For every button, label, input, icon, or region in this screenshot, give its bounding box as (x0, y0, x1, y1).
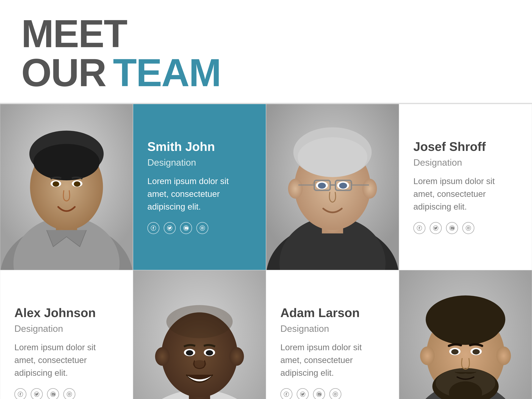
svg-point-81 (496, 347, 511, 365)
member-designation-josef: Designation (413, 157, 518, 168)
twitter-icon-alex[interactable] (31, 388, 43, 399)
svg-point-6 (33, 144, 100, 180)
title-row: OUR TEAM (21, 53, 511, 92)
instagram-icon-smith[interactable] (196, 222, 208, 234)
social-icons-josef (413, 222, 518, 234)
svg-point-48 (69, 394, 70, 395)
title-our: OUR (21, 53, 106, 92)
member-bio-alex: Lorem ipsum dolor sit amet, consectetuer… (14, 341, 119, 379)
member-name-adam: Adam Larson (280, 306, 385, 320)
member-designation-smith: Designation (147, 157, 252, 168)
svg-point-60 (166, 305, 233, 338)
info-adam-larson: Adam Larson Designation Lorem ipsum dolo… (266, 270, 399, 399)
svg-point-46 (67, 392, 72, 397)
member-name-josef: Josef Shroff (413, 140, 518, 154)
svg-point-29 (318, 183, 326, 189)
info-smith-john: Smith John Designation Lorem ipsum dolor… (133, 104, 266, 270)
svg-point-41 (468, 228, 469, 228)
svg-point-10 (74, 181, 80, 187)
youtube-icon-josef[interactable] (446, 222, 458, 234)
svg-point-63 (186, 350, 193, 355)
svg-point-64 (206, 350, 213, 355)
svg-point-42 (469, 227, 469, 228)
svg-point-72 (336, 393, 336, 394)
svg-point-14 (200, 226, 205, 231)
info-alex-johnson: Alex Johnson Designation Lorem ipsum dol… (0, 270, 133, 399)
twitter-icon-josef[interactable] (430, 222, 442, 234)
svg-point-86 (451, 349, 459, 355)
svg-point-9 (52, 181, 59, 187)
facebook-icon-alex[interactable] (14, 388, 26, 399)
member-bio-josef: Lorem ipsum dolor sit amet, consectetuer… (413, 175, 518, 213)
title-meet: MEET (21, 14, 511, 53)
member-bio-adam: Lorem ipsum dolor sit amet, consectetuer… (280, 341, 385, 379)
twitter-icon-adam[interactable] (297, 388, 309, 399)
photo-person4 (399, 270, 532, 399)
facebook-icon-adam[interactable] (280, 388, 292, 399)
svg-point-71 (335, 394, 336, 395)
youtube-icon-alex[interactable] (47, 388, 59, 399)
team-grid: Smith John Designation Lorem ipsum dolor… (0, 104, 532, 399)
social-icons-adam (280, 388, 385, 399)
photo-person3 (133, 270, 266, 399)
member-designation-adam: Designation (280, 323, 385, 334)
svg-point-26 (362, 179, 377, 199)
facebook-icon-smith[interactable] (147, 222, 159, 234)
svg-point-16 (202, 228, 203, 228)
instagram-icon-alex[interactable] (63, 388, 75, 399)
instagram-icon-josef[interactable] (462, 222, 474, 234)
twitter-icon-smith[interactable] (164, 222, 176, 234)
instagram-icon-adam[interactable] (329, 388, 341, 399)
svg-point-58 (155, 347, 170, 366)
info-josef-shroff: Josef Shroff Designation Lorem ipsum dol… (399, 104, 532, 270)
svg-point-39 (466, 226, 471, 231)
svg-point-49 (70, 393, 70, 394)
svg-point-59 (229, 347, 244, 366)
photo-smith-john (0, 104, 133, 270)
member-bio-smith: Lorem ipsum dolor sit amet, consectetuer… (147, 175, 252, 213)
youtube-icon-adam[interactable] (313, 388, 325, 399)
svg-point-69 (333, 392, 338, 397)
svg-point-17 (203, 227, 203, 228)
svg-point-24 (298, 137, 367, 177)
photo-josef-shroff (266, 104, 399, 270)
svg-point-30 (339, 183, 347, 189)
member-name-alex: Alex Johnson (14, 306, 119, 320)
svg-point-79 (430, 305, 501, 345)
member-designation-alex: Designation (14, 323, 119, 334)
header-section: MEET OUR TEAM (0, 0, 532, 103)
title-team: TEAM (113, 53, 221, 92)
svg-point-80 (420, 347, 435, 365)
social-icons-smith (147, 222, 252, 234)
member-name-smith: Smith John (147, 140, 252, 154)
svg-point-25 (288, 179, 303, 199)
page: MEET OUR TEAM (0, 0, 532, 399)
svg-point-87 (472, 349, 480, 355)
facebook-icon-josef[interactable] (413, 222, 425, 234)
youtube-icon-smith[interactable] (180, 222, 192, 234)
social-icons-alex (14, 388, 119, 399)
